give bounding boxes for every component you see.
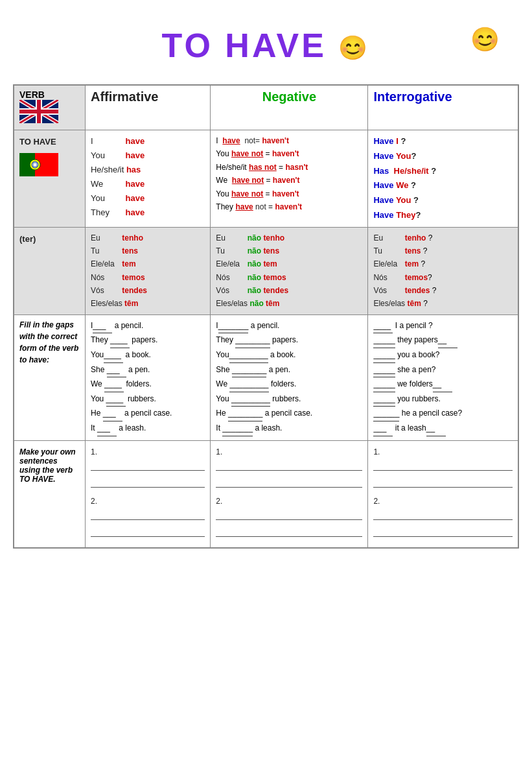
pt-aff-row: Eu tenho Tu tens Ele/ela tem Nós temos V… bbox=[91, 231, 205, 311]
pt-negative-cell: Eu não tenho Tu não tens Ele/ela não tem… bbox=[211, 227, 368, 314]
sentences-label: Make your own sentences using the verb T… bbox=[19, 447, 80, 484]
fill-interrog: ____ I a pencil ? _____ they papers__ __… bbox=[373, 319, 513, 436]
pt-neg-row: Eu não tenho Tu não tens Ele/ela não tem… bbox=[216, 231, 362, 311]
write-line-neg-2a[interactable] bbox=[216, 510, 362, 520]
en-neg-row: I have not= haven't You have not = haven… bbox=[216, 134, 362, 213]
english-negative-cell: I have not= haven't You have not = haven… bbox=[211, 130, 368, 228]
write-line-interrog-1a[interactable] bbox=[373, 460, 513, 471]
header-negative: Negative bbox=[216, 89, 362, 104]
header-interrogative: Interrogative bbox=[373, 89, 513, 104]
sentences-verb-cell: Make your own sentences using the verb T… bbox=[14, 440, 85, 548]
title-area: TO HAVE 😊 😊 bbox=[13, 13, 519, 84]
emoji-mid: 😊 bbox=[338, 34, 370, 61]
sentences-affirmative-cell: 1. 2. bbox=[85, 440, 210, 548]
emoji-corner: 😊 bbox=[470, 26, 500, 53]
english-verb-cell: TO HAVE bbox=[14, 130, 85, 228]
to-have-label: TO HAVE bbox=[19, 137, 80, 147]
pt-affirmative-cell: Eu tenho Tu tens Ele/ela tem Nós temos V… bbox=[85, 227, 210, 314]
sent-interrog-1: 1. bbox=[373, 447, 513, 456]
main-table: VERB Affirmative Negative Interrogative bbox=[13, 84, 519, 549]
fill-label: Fill in the gaps with the correct form o… bbox=[19, 319, 80, 366]
header-affirmative-cell: Affirmative bbox=[85, 85, 210, 130]
fill-verb-cell: Fill in the gaps with the correct form o… bbox=[14, 314, 85, 440]
write-line-neg-1b[interactable] bbox=[216, 477, 362, 488]
en-aff-row: I have You have He/she/it has We have Yo… bbox=[91, 134, 205, 220]
write-line-aff-2a[interactable] bbox=[91, 510, 205, 520]
write-line-interrog-2a[interactable] bbox=[373, 510, 513, 520]
sent-aff-2: 2. bbox=[91, 497, 205, 506]
sent-neg-2: 2. bbox=[216, 497, 362, 506]
en-interrog-row: Have I ? Have You? Has He/she/it ? Have … bbox=[373, 134, 513, 223]
fill-neg: I_______ a pencil. They ________ papers.… bbox=[216, 319, 362, 436]
fill-interrogative-cell: ____ I a pencil ? _____ they papers__ __… bbox=[368, 314, 518, 440]
portugal-flag bbox=[19, 153, 58, 176]
write-line-aff-1b[interactable] bbox=[91, 477, 205, 488]
main-title: TO HAVE 😊 bbox=[162, 26, 371, 65]
write-line-neg-2b[interactable] bbox=[216, 527, 362, 537]
fill-affirmative-cell: I___ a pencil. They ____ papers. You____… bbox=[85, 314, 210, 440]
fill-aff: I___ a pencil. They ____ papers. You____… bbox=[91, 319, 205, 436]
header-interrogative-cell: Interrogative bbox=[368, 85, 518, 130]
sent-neg-1: 1. bbox=[216, 447, 362, 456]
header-verb-cell: VERB bbox=[14, 85, 85, 130]
write-line-interrog-1b[interactable] bbox=[373, 477, 513, 488]
portuguese-verb-cell: (ter) bbox=[14, 227, 85, 314]
sentences-negative-cell: 1. 2. bbox=[211, 440, 368, 548]
english-affirmative-cell: I have You have He/she/it has We have Yo… bbox=[85, 130, 210, 228]
write-line-interrog-2b[interactable] bbox=[373, 527, 513, 537]
pt-label: (ter) bbox=[19, 234, 80, 244]
sent-interrog-2: 2. bbox=[373, 497, 513, 506]
english-interrogative-cell: Have I ? Have You? Has He/she/it ? Have … bbox=[368, 130, 518, 228]
sentences-interrogative-cell: 1. 2. bbox=[368, 440, 518, 548]
write-line-aff-2b[interactable] bbox=[91, 527, 205, 537]
write-line-aff-1a[interactable] bbox=[91, 460, 205, 471]
header-affirmative: Affirmative bbox=[91, 89, 205, 104]
header-verb-label: VERB bbox=[19, 89, 80, 100]
uk-flag bbox=[19, 100, 58, 123]
write-line-neg-1a[interactable] bbox=[216, 460, 362, 471]
pt-interrogative-cell: Eu tenho ? Tu tens ? Ele/ela tem ? Nós t… bbox=[368, 227, 518, 314]
svg-rect-13 bbox=[33, 163, 37, 167]
pt-interrog-row: Eu tenho ? Tu tens ? Ele/ela tem ? Nós t… bbox=[373, 231, 513, 311]
sent-aff-1: 1. bbox=[91, 447, 205, 456]
fill-negative-cell: I_______ a pencil. They ________ papers.… bbox=[211, 314, 368, 440]
header-negative-cell: Negative bbox=[211, 85, 368, 130]
